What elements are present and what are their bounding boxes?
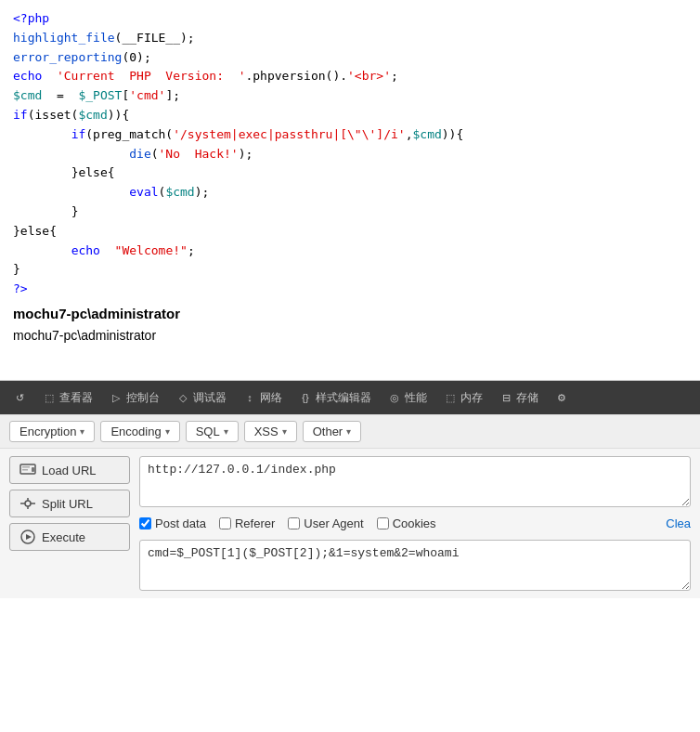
post-data-input[interactable]: cmd=$_POST[1]($_POST[2]);&1=system&2=who… (139, 540, 691, 591)
execute-label: Execute (42, 530, 85, 544)
performance-icon: ◎ (388, 391, 401, 404)
cookies-label: Cookies (393, 516, 436, 530)
devtools-performance[interactable]: ◎ 性能 (381, 386, 434, 410)
cookies-checkbox-label[interactable]: Cookies (377, 516, 436, 530)
sql-arrow: ▾ (224, 426, 228, 437)
devtools-storage[interactable]: ⊟ 存储 (492, 386, 546, 410)
split-url-label: Split URL (42, 497, 93, 511)
cookies-checkbox[interactable] (377, 517, 389, 529)
svg-rect-3 (32, 467, 34, 472)
php-path: mochu7-pc\administrator (13, 325, 687, 346)
xss-label: XSS (254, 425, 279, 438)
debugger-icon: ◇ (176, 391, 189, 404)
settings-icon: ⚙ (555, 391, 568, 404)
hackbar-main: Load URL Split URL (0, 449, 700, 598)
url-input[interactable]: http://127.0.0.1/index.php (139, 456, 691, 507)
devtools-style-editor[interactable]: {} 样式编辑器 (292, 386, 379, 410)
referer-label: Referer (235, 516, 275, 530)
devtools-settings[interactable]: ⚙ (548, 387, 576, 408)
post-data-checkbox[interactable] (139, 517, 151, 529)
sql-label: SQL (196, 425, 220, 438)
sql-menu[interactable]: SQL ▾ (186, 421, 239, 442)
console-icon: ▷ (110, 391, 123, 404)
encoding-label: Encoding (110, 425, 161, 438)
storage-icon: ⊟ (499, 391, 512, 404)
inspector-icon: ⬚ (43, 391, 56, 404)
other-menu[interactable]: Other ▾ (303, 421, 362, 442)
network-label: 网络 (260, 390, 282, 406)
php-open-tag: <?php (13, 11, 49, 25)
clear-link[interactable]: Clea (666, 516, 691, 530)
code-display: <?php highlight_file(__FILE__); error_re… (0, 0, 700, 381)
devtools-debugger[interactable]: ◇ 调试器 (169, 386, 234, 410)
svg-rect-2 (22, 469, 28, 471)
hackbar-panel: Encryption ▾ Encoding ▾ SQL ▾ XSS ▾ Othe… (0, 414, 700, 598)
svg-marker-10 (26, 534, 32, 540)
code-line-1: highlight_file (13, 31, 115, 45)
encryption-label: Encryption (19, 425, 76, 438)
referer-checkbox[interactable] (219, 517, 231, 529)
post-data-checkbox-label[interactable]: Post data (139, 516, 206, 530)
load-url-label: Load URL (42, 464, 97, 477)
storage-label: 存储 (516, 390, 538, 406)
debugger-label: 调试器 (193, 390, 227, 406)
load-url-icon (19, 462, 36, 478)
php-output: mochu7-pc\administrator (13, 303, 687, 325)
split-url-button[interactable]: Split URL (9, 490, 130, 517)
devtools-toolbar: ↺ ⬚ 查看器 ▷ 控制台 ◇ 调试器 ↕ 网络 {} 样式编辑器 ◎ 性能 ⬚… (0, 381, 700, 414)
encryption-arrow: ▾ (80, 426, 84, 437)
svg-rect-1 (22, 466, 30, 468)
hackbar-right-panel: http://127.0.0.1/index.php Post data Ref… (139, 456, 691, 591)
style-editor-icon: {} (299, 391, 312, 404)
devtools-inspector[interactable]: ⬚ 查看器 (35, 386, 100, 410)
console-label: 控制台 (126, 390, 160, 406)
hackbar-menu-bar: Encryption ▾ Encoding ▾ SQL ▾ XSS ▾ Othe… (0, 415, 700, 449)
refresh-icon: ↺ (13, 391, 26, 404)
encoding-arrow: ▾ (165, 426, 170, 437)
referer-checkbox-label[interactable]: Referer (219, 516, 275, 530)
devtools-console[interactable]: ▷ 控制台 (102, 386, 167, 410)
style-editor-label: 样式编辑器 (316, 390, 371, 406)
memory-label: 内存 (460, 390, 483, 406)
performance-label: 性能 (405, 390, 427, 406)
inspector-label: 查看器 (59, 390, 93, 406)
encryption-menu[interactable]: Encryption ▾ (9, 421, 95, 442)
svg-point-4 (25, 501, 31, 506)
split-url-icon (19, 495, 36, 512)
devtools-network[interactable]: ↕ 网络 (236, 386, 290, 410)
network-icon: ↕ (243, 391, 256, 404)
load-url-button[interactable]: Load URL (9, 456, 130, 484)
other-arrow: ▾ (346, 426, 351, 437)
checkbox-row: Post data Referer User Agent Cookies Cle… (139, 515, 691, 532)
xss-arrow: ▾ (282, 426, 287, 437)
xss-menu[interactable]: XSS ▾ (244, 421, 297, 442)
execute-button[interactable]: Execute (9, 523, 130, 551)
encoding-menu[interactable]: Encoding ▾ (100, 421, 179, 442)
post-data-label: Post data (155, 516, 206, 530)
user-agent-label: User Agent (304, 516, 363, 530)
hackbar-action-buttons: Load URL Split URL (9, 456, 130, 551)
devtools-memory[interactable]: ⬚ 内存 (436, 386, 490, 410)
user-agent-checkbox[interactable] (288, 517, 300, 529)
execute-icon (19, 529, 36, 545)
code-line-2: error_reporting (13, 50, 122, 64)
user-agent-checkbox-label[interactable]: User Agent (288, 516, 363, 530)
memory-icon: ⬚ (444, 391, 457, 404)
devtools-refresh[interactable]: ↺ (6, 387, 33, 408)
other-label: Other (313, 425, 344, 438)
